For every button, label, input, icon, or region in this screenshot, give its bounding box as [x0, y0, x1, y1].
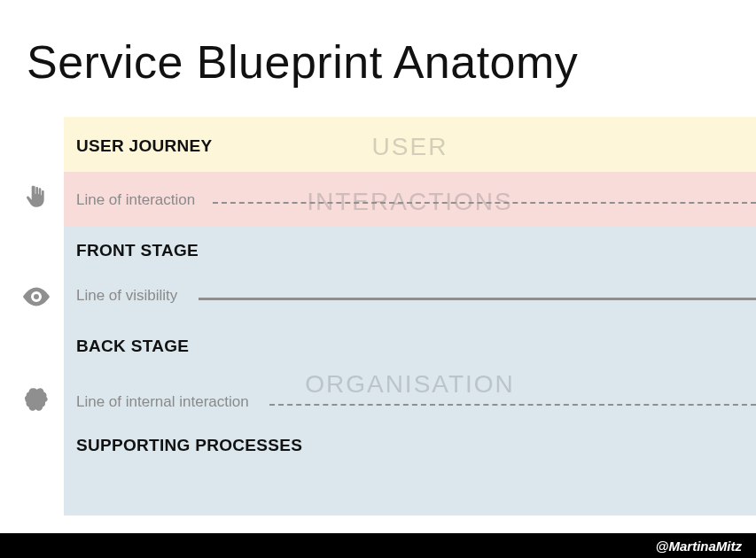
footer-text: @MartinaMitz [656, 539, 742, 554]
label-front-stage: FRONT STAGE [76, 241, 199, 260]
label-line-internal: Line of internal interaction [76, 393, 249, 411]
label-line-interaction: Line of interaction [76, 191, 195, 209]
footer-credit: @MartinaMitz [0, 533, 756, 558]
divider-line-internal [269, 404, 756, 406]
divider-line-interaction [213, 202, 756, 204]
divider-line-visibility [199, 298, 756, 300]
blueprint-diagram: USER INTERACTIONS ORGANISATION USER JOUR… [64, 117, 756, 515]
label-back-stage: BACK STAGE [76, 337, 189, 356]
label-supporting-processes: SUPPORTING PROCESSES [76, 436, 302, 455]
eye-icon [19, 280, 53, 314]
lane-organisation [64, 227, 756, 515]
label-line-visibility: Line of visibility [76, 287, 177, 305]
brain-icon [19, 383, 53, 416]
hand-icon [19, 181, 53, 214]
label-user-journey: USER JOURNEY [76, 136, 213, 156]
page-title: Service Blueprint Anatomy [27, 35, 578, 89]
